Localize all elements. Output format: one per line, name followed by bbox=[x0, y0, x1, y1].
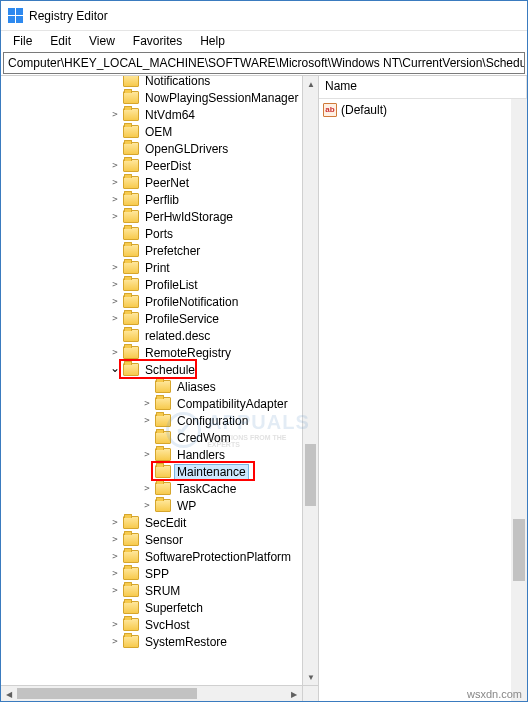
chevron-right-icon[interactable]: > bbox=[141, 415, 153, 427]
tree-item-label: OEM bbox=[143, 125, 174, 139]
tree-item-srum[interactable]: >SRUM bbox=[3, 582, 302, 599]
folder-icon bbox=[123, 125, 139, 138]
tree-item-taskcache[interactable]: >TaskCache bbox=[3, 480, 302, 497]
tree-item-spp[interactable]: >SPP bbox=[3, 565, 302, 582]
tree-item-profilenotification[interactable]: >ProfileNotification bbox=[3, 293, 302, 310]
tree-vscroll-thumb[interactable] bbox=[305, 444, 316, 506]
scroll-down-icon[interactable]: ▼ bbox=[303, 669, 319, 685]
tree-item-label: Notifications bbox=[143, 76, 212, 88]
tree-item-label: Aliases bbox=[175, 380, 218, 394]
tree-item-wp[interactable]: >WP bbox=[3, 497, 302, 514]
tree-item-opengldrivers[interactable]: OpenGLDrivers bbox=[3, 140, 302, 157]
tree-item-sensor[interactable]: >Sensor bbox=[3, 531, 302, 548]
folder-icon bbox=[123, 635, 139, 648]
tree-pane: NotificationsNowPlayingSessionManager>Nt… bbox=[1, 76, 319, 701]
tree-item-credwom[interactable]: CredWom bbox=[3, 429, 302, 446]
tree-hscroll-thumb[interactable] bbox=[17, 688, 197, 699]
folder-icon bbox=[155, 482, 171, 495]
tree-item-ports[interactable]: Ports bbox=[3, 225, 302, 242]
values-list[interactable]: ab (Default) bbox=[319, 99, 527, 120]
tree-item-profileservice[interactable]: >ProfileService bbox=[3, 310, 302, 327]
scroll-right-icon[interactable]: ▶ bbox=[286, 686, 302, 701]
tree-item-systemrestore[interactable]: >SystemRestore bbox=[3, 633, 302, 650]
reg-string-icon: ab bbox=[323, 103, 337, 117]
tree-item-ntvdm64[interactable]: >NtVdm64 bbox=[3, 106, 302, 123]
scroll-left-icon[interactable]: ◀ bbox=[1, 686, 17, 701]
chevron-right-icon[interactable]: > bbox=[109, 636, 121, 648]
menu-help[interactable]: Help bbox=[192, 33, 233, 49]
tree-item-softwareprotectionplatform[interactable]: >SoftwareProtectionPlatform bbox=[3, 548, 302, 565]
chevron-right-icon[interactable]: > bbox=[109, 568, 121, 580]
tree-horizontal-scrollbar[interactable]: ◀ ▶ bbox=[1, 685, 302, 701]
tree-item-maintenance[interactable]: Maintenance bbox=[3, 463, 302, 480]
chevron-right-icon[interactable]: > bbox=[109, 279, 121, 291]
tree-item-peerdist[interactable]: >PeerDist bbox=[3, 157, 302, 174]
menu-view[interactable]: View bbox=[81, 33, 123, 49]
chevron-right-icon[interactable]: > bbox=[109, 313, 121, 325]
chevron-down-icon[interactable]: ⌄ bbox=[109, 362, 121, 374]
values-vertical-scrollbar[interactable] bbox=[511, 99, 527, 701]
tree-item-handlers[interactable]: >Handlers bbox=[3, 446, 302, 463]
menu-edit[interactable]: Edit bbox=[42, 33, 79, 49]
tree-item-schedule[interactable]: ⌄Schedule bbox=[3, 361, 302, 378]
tree-item-oem[interactable]: OEM bbox=[3, 123, 302, 140]
chevron-right-icon[interactable]: > bbox=[109, 534, 121, 546]
values-vscroll-thumb[interactable] bbox=[513, 519, 525, 581]
address-bar[interactable]: Computer\HKEY_LOCAL_MACHINE\SOFTWARE\Mic… bbox=[3, 52, 525, 74]
folder-icon bbox=[123, 550, 139, 563]
chevron-right-icon[interactable]: > bbox=[109, 160, 121, 172]
chevron-right-icon[interactable]: > bbox=[109, 177, 121, 189]
tree-item-label: SystemRestore bbox=[143, 635, 229, 649]
tree-item-perflib[interactable]: >Perflib bbox=[3, 191, 302, 208]
folder-icon bbox=[123, 261, 139, 274]
tree-item-peernet[interactable]: >PeerNet bbox=[3, 174, 302, 191]
chevron-right-icon[interactable]: > bbox=[109, 619, 121, 631]
folder-icon bbox=[123, 244, 139, 257]
tree-item-secedit[interactable]: >SecEdit bbox=[3, 514, 302, 531]
tree-item-print[interactable]: >Print bbox=[3, 259, 302, 276]
chevron-right-icon[interactable]: > bbox=[109, 585, 121, 597]
tree-item-label: PeerNet bbox=[143, 176, 191, 190]
tree-item-prefetcher[interactable]: Prefetcher bbox=[3, 242, 302, 259]
tree-item-superfetch[interactable]: Superfetch bbox=[3, 599, 302, 616]
scroll-up-icon[interactable]: ▲ bbox=[303, 76, 319, 92]
menubar: File Edit View Favorites Help bbox=[1, 31, 527, 51]
tree-item-configuration[interactable]: >Configuration bbox=[3, 412, 302, 429]
chevron-right-icon[interactable]: > bbox=[109, 296, 121, 308]
chevron-right-icon[interactable]: > bbox=[141, 398, 153, 410]
tree-item-remoteregistry[interactable]: >RemoteRegistry bbox=[3, 344, 302, 361]
value-row-default[interactable]: ab (Default) bbox=[319, 101, 527, 118]
chevron-right-icon[interactable]: > bbox=[109, 262, 121, 274]
folder-icon bbox=[123, 584, 139, 597]
tree-item-label: OpenGLDrivers bbox=[143, 142, 230, 156]
menu-file[interactable]: File bbox=[5, 33, 40, 49]
chevron-right-icon[interactable]: > bbox=[141, 500, 153, 512]
tree-viewport[interactable]: NotificationsNowPlayingSessionManager>Nt… bbox=[1, 76, 302, 685]
tree-item-aliases[interactable]: Aliases bbox=[3, 378, 302, 395]
tree-item-compatibilityadapter[interactable]: >CompatibilityAdapter bbox=[3, 395, 302, 412]
folder-icon bbox=[123, 601, 139, 614]
tree-item-label: Handlers bbox=[175, 448, 227, 462]
tree-vertical-scrollbar[interactable]: ▲ ▼ bbox=[302, 76, 318, 685]
chevron-right-icon[interactable]: > bbox=[109, 211, 121, 223]
chevron-right-icon[interactable]: > bbox=[109, 517, 121, 529]
tree-item-profilelist[interactable]: >ProfileList bbox=[3, 276, 302, 293]
column-name[interactable]: Name bbox=[319, 76, 527, 98]
chevron-right-icon[interactable]: > bbox=[109, 347, 121, 359]
menu-favorites[interactable]: Favorites bbox=[125, 33, 190, 49]
tree-item-label: Sensor bbox=[143, 533, 185, 547]
folder-icon bbox=[123, 567, 139, 580]
chevron-right-icon[interactable]: > bbox=[109, 551, 121, 563]
folder-icon bbox=[155, 431, 171, 444]
tree-item-related-desc[interactable]: related.desc bbox=[3, 327, 302, 344]
tree-item-notifications[interactable]: Notifications bbox=[3, 76, 302, 89]
scroll-corner bbox=[302, 685, 318, 701]
folder-icon bbox=[123, 227, 139, 240]
tree-item-perhwidstorage[interactable]: >PerHwIdStorage bbox=[3, 208, 302, 225]
chevron-right-icon[interactable]: > bbox=[109, 109, 121, 121]
chevron-right-icon[interactable]: > bbox=[109, 194, 121, 206]
chevron-right-icon[interactable]: > bbox=[141, 449, 153, 461]
tree-item-nowplayingsessionmanager[interactable]: NowPlayingSessionManager bbox=[3, 89, 302, 106]
tree-item-svchost[interactable]: >SvcHost bbox=[3, 616, 302, 633]
chevron-right-icon[interactable]: > bbox=[141, 483, 153, 495]
